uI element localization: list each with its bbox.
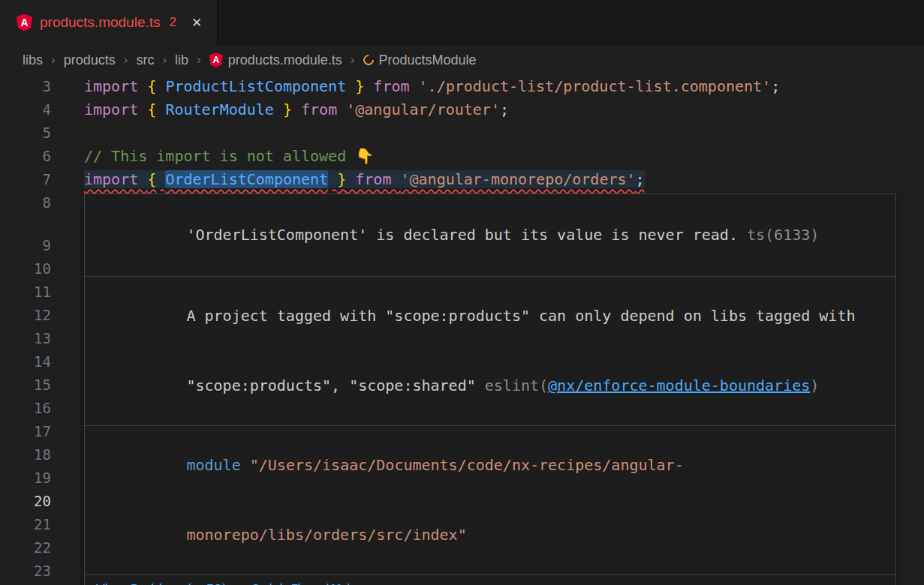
code-token: }	[283, 100, 292, 118]
view-problem-button[interactable]: View Problem (⌥F8)	[96, 582, 227, 585]
code-token: '@angular/router'	[346, 100, 500, 118]
breadcrumb-separator: ›	[124, 52, 128, 68]
code-token: }	[337, 170, 346, 188]
tab-products-module[interactable]: A products.module.ts 2 ✕	[0, 0, 218, 45]
code-token: ProductListComponent	[156, 77, 355, 95]
close-icon[interactable]: ✕	[191, 15, 202, 31]
editor[interactable]: 3import { ProductListComponent } from '.…	[0, 75, 924, 585]
angular-file-icon: A	[17, 14, 32, 32]
tab-label: products.module.ts	[40, 14, 161, 31]
code-token: {	[147, 170, 156, 188]
breadcrumb-symbol-group: ProductsModule	[363, 52, 477, 68]
line-number[interactable]: 4	[0, 98, 51, 122]
line-number[interactable]: 7	[0, 168, 51, 191]
code-text	[51, 257, 84, 280]
tab-bar: A products.module.ts 2 ✕	[0, 0, 924, 45]
ts-error-source: ts(6133)	[747, 226, 819, 244]
code-text	[51, 280, 84, 304]
code-text: import { OrderListComponent } from '@ang…	[51, 168, 645, 191]
code-text	[51, 350, 84, 374]
code-line-7[interactable]: 7import { OrderListComponent } from '@an…	[0, 168, 924, 191]
module-path-line2: monorepo/libs/orders/src/index"	[186, 526, 466, 544]
code-token: import	[84, 100, 147, 118]
code-text: import { RouterModule } from '@angular/r…	[51, 98, 509, 122]
code-text	[51, 304, 84, 327]
spacer	[738, 226, 747, 244]
code-token: from	[292, 100, 346, 118]
code-token: from	[346, 170, 400, 188]
code-token: ;	[636, 170, 645, 188]
quick-fix-button[interactable]: Quick Fix... (⌘.)	[251, 582, 351, 585]
code-token	[328, 170, 337, 188]
ts-error-text: 'OrderListComponent' is declared but its…	[186, 226, 738, 244]
breadcrumb-item-src[interactable]: src	[136, 52, 154, 68]
line-number[interactable]: 17	[0, 420, 51, 443]
error-underlined-statement: import { OrderListComponent } from '@ang…	[84, 170, 645, 188]
line-number[interactable]: 3	[0, 75, 51, 98]
module-path-line1: "/Users/isaac/Documents/code/nx-recipes/…	[250, 456, 684, 474]
breadcrumb-item-products[interactable]: products	[64, 52, 116, 68]
breadcrumb-separator: ›	[162, 52, 167, 68]
code-line-6[interactable]: 6// This import is not allowed 👇	[0, 145, 924, 168]
line-number[interactable]: 5	[0, 122, 51, 145]
code-text	[51, 234, 84, 257]
code-token: ;	[500, 100, 509, 118]
eslint-message-line2: "scope:products", "scope:shared"	[186, 376, 484, 394]
breadcrumb-item-libs[interactable]: libs	[23, 52, 43, 68]
code-token: RouterModule	[156, 100, 283, 118]
line-number[interactable]: 9	[0, 234, 51, 257]
line-number[interactable]: 18	[0, 443, 51, 466]
line-number[interactable]: 11	[0, 280, 51, 304]
class-symbol-icon	[361, 52, 376, 68]
angular-letter: A	[17, 14, 32, 32]
line-number[interactable]: 23	[0, 560, 51, 583]
line-number[interactable]: 21	[0, 513, 51, 536]
line-number[interactable]: 20	[0, 490, 51, 513]
angular-letter: A	[209, 52, 223, 68]
hover-eslint-message: A project tagged with "scope:products" c…	[85, 277, 895, 426]
line-number[interactable]: 10	[0, 257, 51, 280]
eslint-rule-link[interactable]: @nx/enforce-module-boundaries	[548, 376, 810, 394]
code-text	[51, 122, 84, 145]
breadcrumb-item-lib[interactable]: lib	[175, 52, 188, 68]
line-number[interactable]: 15	[0, 374, 51, 397]
code-text	[51, 560, 84, 583]
code-token: ;	[771, 77, 780, 95]
code-line-4[interactable]: 4import { RouterModule } from '@angular/…	[0, 98, 924, 122]
code-text	[51, 327, 84, 350]
breadcrumb-separator: ›	[351, 52, 355, 68]
line-number[interactable]: 6	[0, 145, 51, 168]
eslint-source-suffix: )	[810, 376, 819, 394]
breadcrumb-file-group: A products.module.ts	[209, 52, 342, 68]
code-token: OrderListComponent	[165, 170, 328, 188]
line-number[interactable]: 12	[0, 304, 51, 327]
hover-module-path: module "/Users/isaac/Documents/code/nx-r…	[85, 426, 895, 575]
line-number[interactable]: 8	[0, 191, 51, 214]
eslint-source-prefix: eslint(	[485, 376, 548, 394]
breadcrumb-item-products-module[interactable]: ProductsModule	[379, 52, 477, 68]
code-token: import	[84, 77, 147, 95]
code-token: from	[364, 77, 418, 95]
code-text	[51, 191, 84, 214]
module-keyword: module	[186, 456, 249, 474]
code-token: {	[147, 77, 156, 95]
code-text: import { ProductListComponent } from './…	[51, 75, 780, 98]
breadcrumb-separator: ›	[51, 52, 56, 68]
line-number[interactable]: 13	[0, 327, 51, 350]
code-token: '@angular-monorepo/orders'	[400, 170, 635, 188]
line-number[interactable]: 22	[0, 536, 51, 560]
code-token: {	[147, 100, 156, 118]
code-token: }	[355, 77, 364, 95]
code-token: 👇	[355, 147, 374, 165]
vscode-window: A products.module.ts 2 ✕ libs › products…	[0, 0, 924, 585]
line-number[interactable]: 14	[0, 350, 51, 374]
code-line-5[interactable]: 5	[0, 122, 924, 145]
breadcrumb-separator: ›	[197, 52, 201, 68]
breadcrumb-item-file[interactable]: products.module.ts	[228, 52, 342, 68]
code-line-3[interactable]: 3import { ProductListComponent } from '.…	[0, 75, 924, 98]
code-token: import	[84, 170, 147, 188]
line-number[interactable]: 19	[0, 466, 51, 490]
code-token: './product-list/product-list.component'	[419, 77, 772, 95]
tab-problem-count: 2	[170, 15, 176, 30]
line-number[interactable]: 16	[0, 397, 51, 420]
